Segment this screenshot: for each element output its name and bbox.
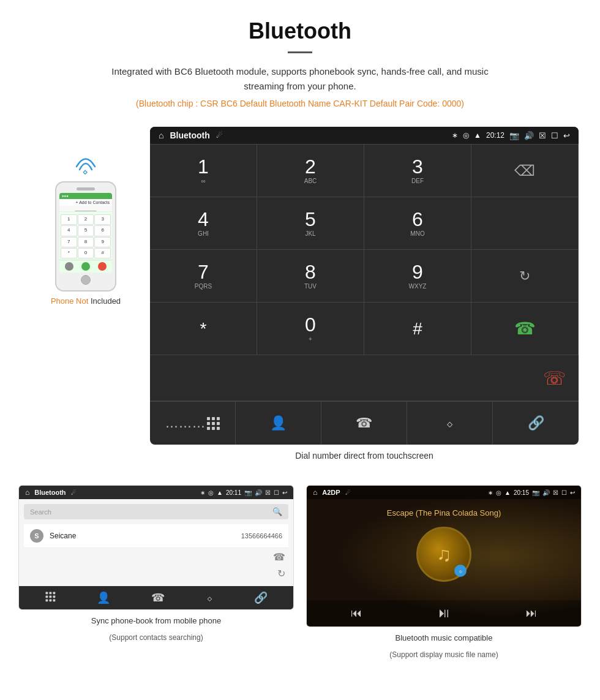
- contacts-icon: 👤: [270, 415, 287, 431]
- pb-search-icon[interactable]: 🔍: [272, 507, 282, 516]
- dial-key-6[interactable]: 6MNO: [364, 197, 471, 250]
- svg-rect-18: [53, 600, 55, 602]
- end-call-button[interactable]: ☏: [543, 367, 566, 389]
- keypad-icon-cell[interactable]: ………: [150, 402, 236, 445]
- pb-bt-icon: ∗: [200, 489, 205, 496]
- pb-location-icon: ◎: [208, 489, 214, 496]
- pb-back-icon[interactable]: ↩: [282, 489, 287, 496]
- dial-key-star[interactable]: *: [150, 303, 257, 355]
- pb-title: Bluetooth: [34, 489, 66, 496]
- page-title: Bluetooth: [24, 18, 576, 44]
- home-icon[interactable]: ⌂: [159, 130, 163, 140]
- location-icon: ◎: [463, 131, 469, 140]
- svg-rect-17: [49, 600, 51, 602]
- pb-footer-link-icon[interactable]: 🔗: [254, 591, 268, 604]
- pb-search-placeholder: Search: [30, 508, 51, 516]
- dial-cell-call[interactable]: ☎: [471, 303, 579, 355]
- bt-bottom-icon-cell[interactable]: ⬦: [407, 402, 493, 445]
- signal-icon: ▲: [474, 131, 481, 140]
- pb-window-icon[interactable]: ☐: [274, 489, 279, 496]
- phonebook-caption-sub: (Support contacts searching): [109, 632, 203, 643]
- pb-usb-icon: ☄: [71, 489, 77, 496]
- dial-screen-container: ⌂ Bluetooth ☄ ∗ ◎ ▲ 20:12 📷 🔊 ☒ ☐ ↩: [150, 127, 579, 461]
- music-bt-badge: ⬦: [454, 565, 467, 577]
- pb-home-icon[interactable]: ⌂: [25, 488, 29, 497]
- phone-icon-cell[interactable]: ☎: [321, 402, 407, 445]
- volume-icon[interactable]: 🔊: [524, 131, 534, 140]
- dial-grid: 1∞ 2ABC 3DEF ⌫ 4GHI 5JKL: [150, 144, 579, 401]
- dial-key-7[interactable]: 7PQRS: [150, 250, 257, 303]
- main-section: ⬦ ●●●MOTO + Add to Contacts _________ 12…: [0, 115, 600, 473]
- pb-body: Search 🔍 S Seicane 13566664466 ☎ ↻: [19, 499, 293, 586]
- dial-key-3[interactable]: 3DEF: [364, 145, 471, 197]
- pb-footer-phone-icon[interactable]: ☎: [151, 591, 165, 604]
- pb-search-bar[interactable]: Search 🔍: [24, 504, 288, 519]
- phone-icon: ☎: [356, 415, 372, 431]
- pb-close-icon[interactable]: ☒: [265, 489, 271, 496]
- pb-status-bar: ⌂ Bluetooth ☄ ∗ ◎ ▲ 20:11 📷 🔊 ☒ ☐ ↩: [19, 486, 293, 499]
- phonebook-item: ⌂ Bluetooth ☄ ∗ ◎ ▲ 20:11 📷 🔊 ☒ ☐ ↩: [18, 485, 294, 660]
- phonebook-screenshot: ⌂ Bluetooth ☄ ∗ ◎ ▲ 20:11 📷 🔊 ☒ ☐ ↩: [18, 485, 294, 610]
- dial-key-0[interactable]: 0+: [257, 303, 364, 355]
- close-icon[interactable]: ☒: [539, 131, 546, 140]
- phone-graphic: ●●●MOTO + Add to Contacts _________ 123 …: [55, 181, 116, 292]
- pb-footer-bt-icon[interactable]: ⬦: [206, 592, 213, 604]
- svg-rect-15: [53, 596, 55, 598]
- pb-refresh-icon[interactable]: ↻: [277, 568, 285, 579]
- backspace-icon[interactable]: ⌫: [514, 162, 535, 179]
- svg-rect-4: [207, 422, 210, 425]
- music-caption-sub: (Support display music file name): [389, 649, 498, 660]
- phone-container: ⬦ ●●●MOTO + Add to Contacts _________ 12…: [21, 127, 150, 306]
- call-button: ☎: [514, 318, 536, 339]
- dial-key-hash[interactable]: #: [364, 303, 471, 355]
- pb-footer: 👤 ☎ ⬦ 🔗: [19, 586, 293, 609]
- back-icon[interactable]: ↩: [563, 131, 570, 140]
- music-song-title: Escape (The Pina Colada Song): [387, 508, 501, 517]
- contacts-icon-cell[interactable]: 👤: [236, 402, 321, 445]
- pb-footer-keypad-icon[interactable]: [45, 591, 56, 604]
- phone-home-btn: [81, 275, 91, 285]
- pb-call-icon[interactable]: ☎: [273, 551, 285, 563]
- dial-caption: Dial number direct from touchscreen: [150, 451, 579, 461]
- svg-rect-10: [45, 592, 48, 595]
- dial-key-2[interactable]: 2ABC: [257, 145, 364, 197]
- dial-end-row: ☏: [150, 355, 579, 401]
- dial-bottom-row: ……… 👤 ☎ ⬦ 🔗: [150, 401, 579, 445]
- refresh-icon[interactable]: ↻: [519, 268, 530, 284]
- bt-signal-icon: ⬦: [67, 145, 104, 178]
- dial-status-bar: ⌂ Bluetooth ☄ ∗ ◎ ▲ 20:12 📷 🔊 ☒ ☐ ↩: [150, 127, 579, 144]
- usb-icon: ☄: [216, 131, 223, 140]
- svg-rect-16: [45, 600, 48, 602]
- camera-icon[interactable]: 📷: [509, 131, 519, 140]
- time-display: 20:12: [486, 131, 504, 140]
- dial-key-5[interactable]: 5JKL: [257, 197, 364, 250]
- pb-contact-letter: S: [30, 529, 43, 543]
- svg-rect-3: [217, 417, 220, 420]
- link-icon-cell[interactable]: 🔗: [493, 402, 579, 445]
- phone-screen: ●●●MOTO + Add to Contacts _________ 123 …: [59, 193, 112, 273]
- dial-key-1[interactable]: 1∞: [150, 145, 257, 197]
- bluetooth-info: (Bluetooth chip : CSR BC6 Default Blueto…: [24, 99, 576, 108]
- pb-volume-icon[interactable]: 🔊: [255, 489, 262, 496]
- phone-keypad: 123 456 789 *0#: [59, 212, 112, 260]
- pb-camera-icon[interactable]: 📷: [244, 489, 252, 496]
- pb-time: 20:11: [226, 489, 241, 496]
- phone-bottom-bar: [59, 260, 112, 273]
- dial-key-4[interactable]: 4GHI: [150, 197, 257, 250]
- phonebook-caption: Sync phone-book from mobile phone: [91, 615, 221, 627]
- pb-contact-row: S Seicane 13566664466: [24, 524, 288, 548]
- page-subtitle: Integrated with BC6 Bluetooth module, su…: [110, 64, 490, 94]
- dial-key-9[interactable]: 9WXYZ: [364, 250, 471, 303]
- dial-key-8[interactable]: 8TUV: [257, 250, 364, 303]
- svg-rect-5: [212, 422, 215, 425]
- music-album-art: ♫ ⬦: [416, 527, 471, 582]
- svg-rect-1: [207, 417, 210, 420]
- svg-rect-14: [49, 596, 51, 598]
- dial-screen: ⌂ Bluetooth ☄ ∗ ◎ ▲ 20:12 📷 🔊 ☒ ☐ ↩: [150, 127, 579, 445]
- music-screen: ⌂ A2DP ☄ ∗ ◎ ▲ 20:15 📷 🔊 ☒ ☐ ↩: [307, 486, 581, 627]
- music-content: Escape (The Pina Colada Song) ♫ ⬦: [307, 499, 581, 600]
- bottom-section: ⌂ Bluetooth ☄ ∗ ◎ ▲ 20:11 📷 🔊 ☒ ☐ ↩: [0, 473, 600, 672]
- pb-footer-contacts-icon[interactable]: 👤: [97, 591, 110, 604]
- window-icon[interactable]: ☐: [551, 131, 558, 140]
- music-item: ⌂ A2DP ☄ ∗ ◎ ▲ 20:15 📷 🔊 ☒ ☐ ↩: [306, 485, 582, 660]
